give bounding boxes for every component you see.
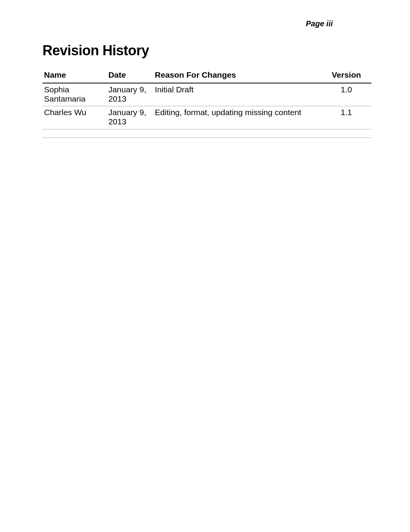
cell-empty bbox=[107, 138, 153, 146]
header-reason: Reason For Changes bbox=[153, 68, 321, 83]
cell-name: Sophia Santamaria bbox=[42, 83, 107, 106]
cell-empty bbox=[107, 129, 153, 138]
page-number: Page iii bbox=[306, 19, 333, 28]
cell-empty bbox=[321, 129, 371, 138]
cell-reason: Editing, format, updating missing conten… bbox=[153, 106, 321, 129]
document-content: Revision History Name Date Reason For Ch… bbox=[0, 0, 410, 146]
cell-empty bbox=[153, 138, 321, 146]
table-row-empty bbox=[42, 129, 371, 138]
table-row-empty bbox=[42, 138, 371, 146]
cell-empty bbox=[42, 129, 107, 138]
header-version: Version bbox=[321, 68, 371, 83]
table-row: Charles Wu January 9, 2013 Editing, form… bbox=[42, 106, 371, 129]
cell-empty bbox=[42, 138, 107, 146]
cell-reason: Initial Draft bbox=[153, 83, 321, 106]
cell-version: 1.0 bbox=[321, 83, 371, 106]
cell-date: January 9, 2013 bbox=[107, 106, 153, 129]
cell-empty bbox=[321, 138, 371, 146]
header-name: Name bbox=[42, 68, 107, 83]
page-title: Revision History bbox=[42, 42, 371, 59]
cell-name: Charles Wu bbox=[42, 106, 107, 129]
table-header-row: Name Date Reason For Changes Version bbox=[42, 68, 371, 83]
cell-version: 1.1 bbox=[321, 106, 371, 129]
header-date: Date bbox=[107, 68, 153, 83]
table-row: Sophia Santamaria January 9, 2013 Initia… bbox=[42, 83, 371, 106]
cell-empty bbox=[153, 129, 321, 138]
revision-history-table: Name Date Reason For Changes Version Sop… bbox=[42, 68, 371, 146]
cell-date: January 9, 2013 bbox=[107, 83, 153, 106]
